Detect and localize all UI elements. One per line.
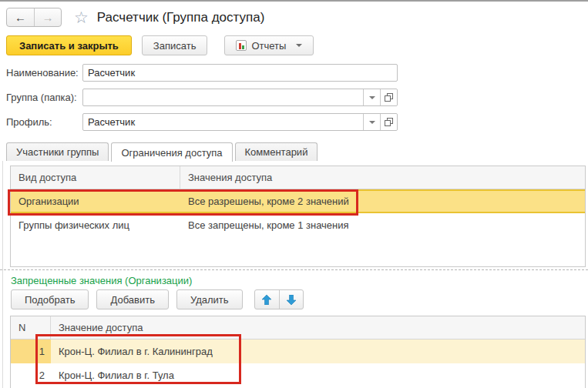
profile-dropdown-button[interactable] <box>363 114 380 130</box>
arrow-up-icon <box>262 295 271 305</box>
page-title: Расчетчик (Группа доступа) <box>97 10 265 25</box>
group-dropdown-button[interactable] <box>363 89 380 105</box>
access-values-cell: Все запрещены, кроме 1 значения <box>180 219 357 231</box>
profile-label: Профиль: <box>6 116 82 128</box>
field-row-profile: Профиль: <box>6 113 398 131</box>
access-kinds-table-header: Вид доступа Значения доступа <box>11 166 585 189</box>
chevron-down-icon <box>296 44 302 47</box>
delete-button[interactable]: Удалить <box>176 289 243 309</box>
group-open-button[interactable] <box>380 89 397 105</box>
column-header-n[interactable]: N <box>11 316 51 339</box>
reorder-button-group <box>254 289 304 309</box>
access-value-cell: Крон-Ц. Филиал в г. Тула <box>51 370 182 381</box>
tab-bar: Участники группы Ограничения доступа Ком… <box>6 142 320 162</box>
nav-button-group: ← → <box>6 8 62 27</box>
table-row-selected[interactable]: 1 Крон-Ц. Филиал в г. Калининград <box>11 340 585 363</box>
group-label: Группа (папка): <box>6 92 82 103</box>
row-number-cell: 1 <box>11 340 51 363</box>
forbidden-values-toolbar: Подобрать Добавить Удалить <box>11 289 304 309</box>
column-header-access-value[interactable]: Значение доступа <box>51 316 585 339</box>
column-header-access-kind[interactable]: Вид доступа <box>11 166 180 189</box>
field-row-group: Группа (папка): <box>6 89 398 106</box>
access-value-cell: Крон-Ц. Филиал в г. Калининград <box>51 346 220 357</box>
tab-group-members[interactable]: Участники группы <box>6 142 109 161</box>
back-arrow-icon: ← <box>15 11 26 24</box>
access-kinds-table: Вид доступа Значения доступа Организации… <box>10 166 586 267</box>
chevron-down-icon <box>369 121 375 124</box>
save-and-close-button[interactable]: Записать и закрыть <box>6 35 132 55</box>
tab-comment[interactable]: Комментарий <box>235 142 318 161</box>
profile-open-button[interactable] <box>380 114 397 130</box>
access-kind-cell: Организации <box>11 196 180 207</box>
profile-input[interactable] <box>83 114 363 130</box>
tab-access-restrictions[interactable]: Ограничения доступа <box>111 142 232 162</box>
field-row-name: Наименование: <box>6 64 398 82</box>
access-values-cell: Все разрешены, кроме 2 значений <box>180 196 357 207</box>
name-input[interactable] <box>83 65 397 81</box>
forbidden-values-caption: Запрещенные значения (Организации) <box>11 275 192 286</box>
command-bar: Записать и закрыть Записать Отчеты <box>6 35 314 55</box>
table-row[interactable]: 2 Крон-Ц. Филиал в г. Тула <box>11 363 585 387</box>
window-header: ← → ☆ Расчетчик (Группа доступа) <box>6 8 264 27</box>
table-row[interactable]: Группы физических лиц Все запрещены, кро… <box>11 213 585 236</box>
open-windows-icon <box>385 93 393 102</box>
report-chart-icon <box>236 40 247 51</box>
forbidden-values-table: N Значение доступа 1 Крон-Ц. Филиал в г.… <box>10 316 586 388</box>
arrow-down-icon <box>287 295 296 305</box>
chevron-down-icon <box>369 96 375 99</box>
group-input[interactable] <box>83 89 363 105</box>
reports-button[interactable]: Отчеты <box>224 35 314 55</box>
forward-arrow-icon: → <box>42 11 54 24</box>
column-header-access-values[interactable]: Значения доступа <box>180 166 585 189</box>
move-up-button[interactable] <box>255 290 279 309</box>
open-windows-icon <box>385 118 393 126</box>
name-label: Наименование: <box>6 67 82 79</box>
forbidden-values-table-header: N Значение доступа <box>11 316 585 340</box>
reports-button-label: Отчеты <box>251 40 286 52</box>
pick-button[interactable]: Подобрать <box>11 289 89 309</box>
access-kind-cell: Группы физических лиц <box>11 219 180 231</box>
favorite-star-icon[interactable]: ☆ <box>74 9 89 25</box>
save-button[interactable]: Записать <box>142 35 208 55</box>
add-button[interactable]: Добавить <box>96 289 168 309</box>
pane-splitter[interactable] <box>0 269 588 270</box>
back-button[interactable]: ← <box>7 8 34 26</box>
row-number-cell: 2 <box>11 370 51 381</box>
forward-button[interactable]: → <box>34 8 61 26</box>
table-row-selected[interactable]: Организации Все разрешены, кроме 2 значе… <box>11 189 585 213</box>
move-down-button[interactable] <box>279 290 303 309</box>
